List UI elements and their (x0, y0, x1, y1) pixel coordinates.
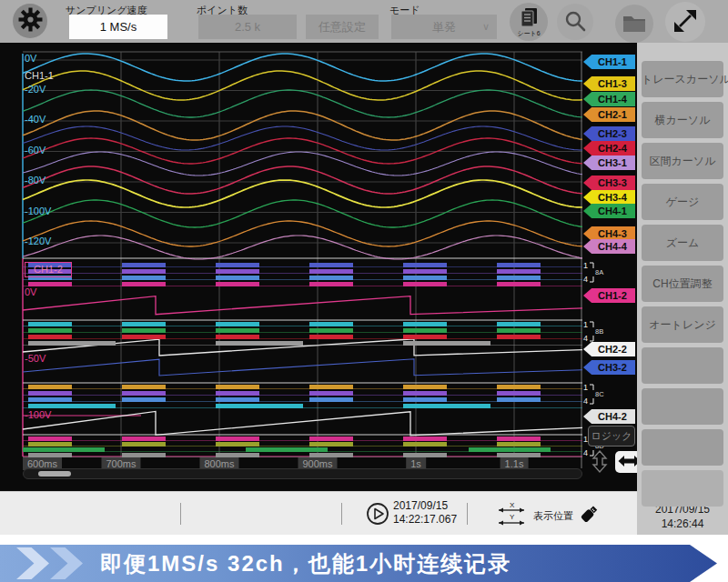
channel-tag-CH2-2[interactable]: CH2-2 (583, 342, 635, 356)
scrollbar-thumb[interactable] (38, 471, 71, 477)
sidebar-button-ズーム[interactable]: ズーム (642, 225, 723, 261)
trace-CH2-1 (23, 111, 582, 140)
usb-drive-icon (576, 501, 602, 530)
chevron-right-icon (16, 547, 49, 579)
sidebar-button-ゲージ[interactable]: ゲージ (642, 184, 723, 220)
logic-button[interactable]: ロジック (588, 426, 635, 447)
channel-tag-CH1-3[interactable]: CH1-3 (583, 76, 635, 91)
trace-CH3-2 (23, 359, 582, 376)
display-position-label: 表示位置 (533, 509, 573, 523)
sidebar-button-empty-10[interactable] (642, 470, 723, 507)
trigger-datetime: 2017/09/15 14:22:17.067 (393, 499, 457, 527)
horizontal-scrollbar[interactable] (23, 468, 582, 479)
channel-tag-CH2-1[interactable]: CH2-1 (583, 107, 635, 122)
search-icon (563, 9, 587, 35)
sidebar-button-区間カーソル[interactable]: 区間カーソル (642, 143, 723, 179)
trigger-play-icon (366, 502, 389, 529)
channel-tag-CH4-3[interactable]: CH4-3 (583, 226, 635, 241)
chevron-right-icon (50, 547, 83, 579)
fullscreen-button[interactable] (665, 2, 705, 42)
statusbar-divider (467, 503, 468, 525)
trigger-date: 2017/09/15 (393, 499, 457, 513)
voltage-label: 0V (25, 54, 36, 64)
sampling-rate-field[interactable]: 1 MS/s (69, 15, 167, 39)
channel-tag-CH4-2[interactable]: CH4-2 (583, 409, 635, 424)
sidebar-button-横カーソル[interactable]: 横カーソル (642, 102, 723, 138)
function-sidebar: 2017/09/15 14:26:44 トレースカーソル横カーソル区間カーソルゲ… (637, 43, 728, 535)
sidebar-button-CH位置調整[interactable]: CH位置調整 (642, 266, 723, 302)
svg-text:Y: Y (510, 513, 515, 521)
mode-dropdown[interactable]: 単発 ∨ (391, 15, 497, 39)
trace-CH1-4 (23, 90, 582, 117)
sidebar-button-オートレンジ[interactable]: オートレンジ (642, 306, 723, 343)
svg-text:X: X (510, 501, 515, 509)
svg-text:1: 1 (583, 383, 588, 392)
channel-tag-CH4-4[interactable]: CH4-4 (583, 239, 635, 254)
channel-tag-CH3-4[interactable]: CH3-4 (583, 190, 635, 205)
point-count-field[interactable]: 2.5 k (198, 15, 297, 39)
svg-text:4: 4 (583, 334, 588, 343)
voltage-label: -80V (25, 176, 46, 186)
search-button[interactable] (557, 4, 593, 40)
trace-CH3-1 (23, 152, 582, 176)
file-open-button[interactable] (615, 5, 653, 43)
folder-icon (622, 13, 646, 35)
chevron-down-icon: ∨ (482, 15, 490, 39)
sidebar-button-empty-8[interactable] (642, 388, 723, 425)
sheet-caption: シート6 (517, 30, 540, 36)
channel-tag-CH1-2[interactable]: CH1-2 (583, 288, 635, 303)
channel-tag-CH3-2[interactable]: CH3-2 (583, 360, 635, 375)
voltage-label: -20V (25, 85, 46, 95)
channel-tag-CH3-3[interactable]: CH3-3 (583, 176, 635, 190)
svg-text:8A: 8A (595, 268, 603, 276)
sidebar-button-empty-7[interactable] (642, 347, 723, 384)
trace-CH3-4 (23, 180, 582, 207)
instrument-screen: サンプリング速度 1 MS/s ポイント数 2.5 k 任意設定 モード 単発 … (0, 0, 728, 582)
toolbar: サンプリング速度 1 MS/s ポイント数 2.5 k 任意設定 モード 単発 … (0, 0, 728, 43)
waveform-display[interactable]: 148A148B148C148D 0V-20V-40V-60V-80V-100V… (0, 43, 637, 491)
inline-label: 0V (25, 287, 36, 297)
sidebar-button-トレースカーソル[interactable]: トレースカーソル (642, 61, 723, 97)
trace-CH3-3 (23, 166, 582, 194)
voltage-label: -100V (25, 206, 51, 216)
channel-tag-CH3-1[interactable]: CH3-1 (583, 156, 635, 170)
arbitrary-setting-button[interactable]: 任意設定 (306, 15, 379, 39)
trace-CH4-1 (23, 200, 582, 227)
svg-text:8B: 8B (595, 327, 603, 336)
vertical-scroll-icon[interactable] (588, 449, 612, 474)
xy-position-icon: X Y (496, 500, 529, 531)
channel-tag-CH4-1[interactable]: CH4-1 (583, 204, 635, 218)
selected-channel-label: CH1-2 (25, 262, 72, 277)
sidebar-button-empty-9[interactable] (642, 429, 723, 466)
trace-CH4-2 (23, 411, 582, 435)
trace-CH1-1 (23, 54, 582, 81)
inline-label: -50V (25, 354, 46, 364)
inline-label: CH1-1 (25, 71, 54, 81)
channel-tag-CH1-4[interactable]: CH1-4 (583, 92, 635, 106)
trace-CH1-3 (23, 71, 582, 100)
mode-value: 単発 (432, 20, 456, 34)
svg-text:1: 1 (583, 320, 588, 329)
trace-CH4-4 (23, 236, 582, 259)
promo-banner: 即便1MS/s 32ch，也能1小时连续记录 (0, 545, 717, 582)
channel-tag-CH1-1[interactable]: CH1-1 (583, 55, 635, 69)
trace-CH1-2 (23, 296, 582, 315)
trigger-time: 14:22:17.067 (393, 513, 457, 527)
svg-text:1: 1 (583, 261, 588, 270)
sheet-stack-icon (519, 7, 539, 32)
statusbar-divider (341, 503, 342, 525)
channel-tag-CH2-3[interactable]: CH2-3 (583, 126, 635, 141)
voltage-label: -60V (25, 146, 46, 156)
svg-text:4: 4 (583, 275, 588, 284)
waveform-svg: 148A148B148C148D (0, 43, 637, 491)
statusbar-divider (180, 503, 181, 525)
settings-gear-button[interactable] (13, 4, 47, 38)
sheet-select-button[interactable]: シート6 (510, 3, 548, 41)
voltage-label: -120V (25, 236, 51, 246)
svg-text:8C: 8C (595, 390, 604, 398)
banner-text: 即便1MS/s 32ch，也能1小时连续记录 (100, 545, 511, 582)
gear-icon (18, 7, 43, 35)
trace-CH2-3 (23, 126, 582, 150)
channel-tag-CH2-4[interactable]: CH2-4 (583, 141, 635, 156)
voltage-label: -40V (25, 115, 46, 125)
